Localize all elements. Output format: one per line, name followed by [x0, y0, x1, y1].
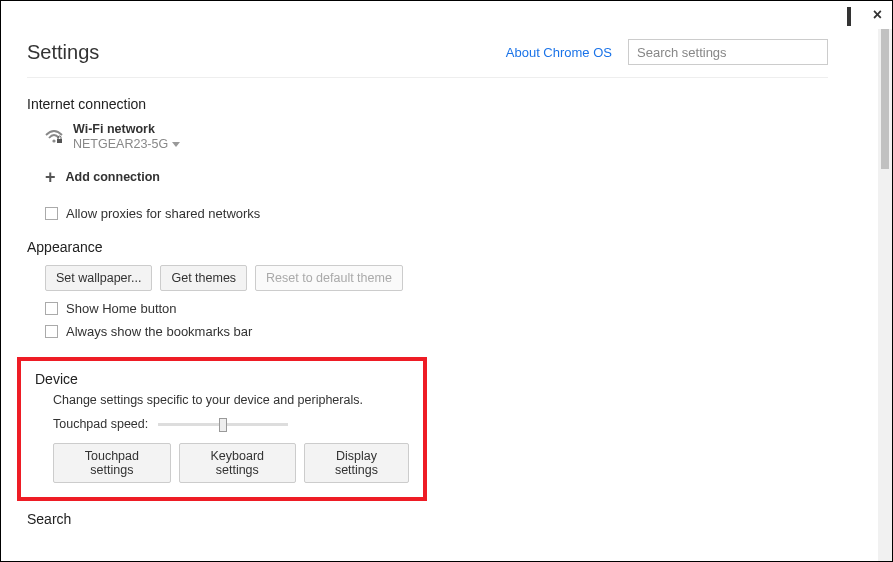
- internet-section-title: Internet connection: [27, 96, 828, 112]
- content-area: Settings About Chrome OS Internet connec…: [1, 29, 892, 561]
- show-bookmarks-row[interactable]: Always show the bookmarks bar: [45, 324, 828, 339]
- appearance-buttons: Set wallpaper... Get themes Reset to def…: [45, 265, 828, 291]
- appearance-section: Appearance Set wallpaper... Get themes R…: [27, 239, 828, 339]
- wifi-row[interactable]: Wi-Fi network NETGEAR23-5G: [45, 122, 828, 152]
- search-section: Search: [27, 511, 828, 527]
- show-bookmarks-label: Always show the bookmarks bar: [66, 324, 252, 339]
- window-titlebar: ×: [1, 1, 892, 29]
- allow-proxies-label: Allow proxies for shared networks: [66, 206, 260, 221]
- display-settings-button[interactable]: Display settings: [304, 443, 409, 483]
- wifi-label: Wi-Fi network: [73, 122, 180, 137]
- appearance-section-title: Appearance: [27, 239, 828, 255]
- close-icon[interactable]: ×: [873, 9, 882, 21]
- touchpad-speed-label: Touchpad speed:: [53, 417, 148, 431]
- plus-icon: +: [45, 168, 56, 186]
- get-themes-button[interactable]: Get themes: [160, 265, 247, 291]
- wifi-lock-icon: [45, 130, 63, 144]
- wifi-network-name[interactable]: NETGEAR23-5G: [73, 137, 180, 152]
- touchpad-speed-row: Touchpad speed:: [53, 417, 409, 431]
- allow-proxies-checkbox[interactable]: [45, 207, 58, 220]
- allow-proxies-row[interactable]: Allow proxies for shared networks: [45, 206, 828, 221]
- about-chrome-os-link[interactable]: About Chrome OS: [506, 45, 612, 60]
- header-right: About Chrome OS: [506, 39, 828, 65]
- header-row: Settings About Chrome OS: [27, 29, 828, 78]
- add-connection-row[interactable]: + Add connection: [45, 168, 828, 186]
- keyboard-settings-button[interactable]: Keyboard settings: [179, 443, 296, 483]
- svg-point-0: [52, 139, 55, 142]
- device-section-highlighted: Device Change settings specific to your …: [17, 357, 427, 501]
- internet-section: Internet connection Wi-Fi network NETGEA…: [27, 96, 828, 221]
- add-connection-label: Add connection: [66, 170, 160, 184]
- page-title: Settings: [27, 41, 99, 64]
- search-section-title: Search: [27, 511, 828, 527]
- search-settings-input[interactable]: [628, 39, 828, 65]
- show-home-checkbox[interactable]: [45, 302, 58, 315]
- show-home-label: Show Home button: [66, 301, 177, 316]
- minimize-icon[interactable]: [821, 9, 833, 21]
- device-description: Change settings specific to your device …: [53, 393, 409, 407]
- device-section-title: Device: [35, 371, 409, 387]
- svg-rect-1: [57, 139, 62, 143]
- touchpad-settings-button[interactable]: Touchpad settings: [53, 443, 171, 483]
- device-buttons: Touchpad settings Keyboard settings Disp…: [53, 443, 409, 483]
- show-bookmarks-checkbox[interactable]: [45, 325, 58, 338]
- touchpad-speed-slider[interactable]: [158, 418, 288, 430]
- chevron-down-icon: [172, 142, 180, 147]
- wifi-text: Wi-Fi network NETGEAR23-5G: [73, 122, 180, 152]
- slider-thumb[interactable]: [219, 418, 227, 432]
- maximize-icon[interactable]: [847, 9, 859, 21]
- wifi-name-text: NETGEAR23-5G: [73, 137, 168, 152]
- set-wallpaper-button[interactable]: Set wallpaper...: [45, 265, 152, 291]
- show-home-row[interactable]: Show Home button: [45, 301, 828, 316]
- reset-theme-button: Reset to default theme: [255, 265, 403, 291]
